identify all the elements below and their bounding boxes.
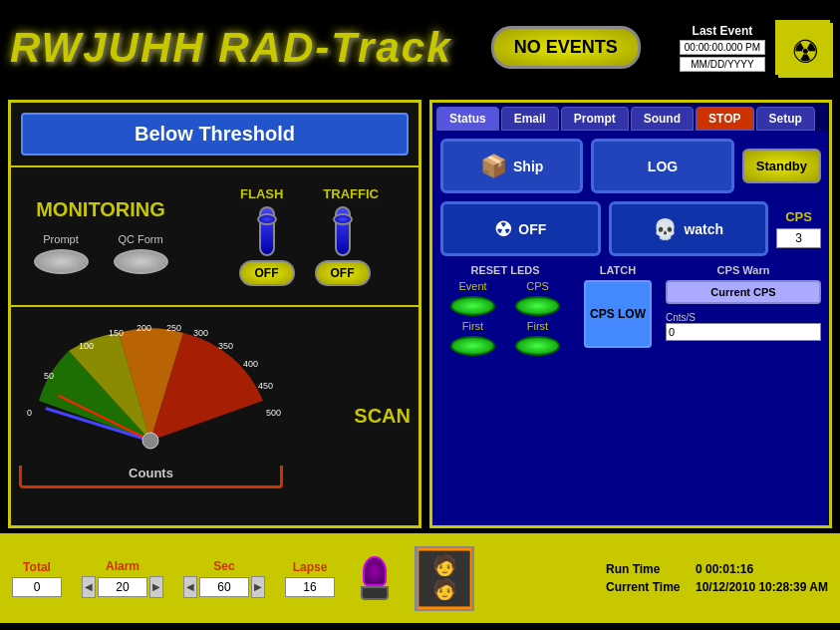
- current-time-value: 10/12/2010 10:28:39 AM: [696, 580, 828, 594]
- traffic-indicator: [333, 213, 353, 225]
- latch-button[interactable]: CPS LOW: [584, 280, 652, 348]
- svg-text:☢: ☢: [790, 34, 819, 70]
- gauge-svg: 0 50 100 150 200 250 300 350 400 450 500: [19, 321, 283, 466]
- right-panel: Status Email Prompt Sound STOP Setup 📦 S…: [429, 100, 832, 528]
- cps-box: CPS: [776, 209, 821, 248]
- main-area: Below Threshold MONITORING Prompt QC For…: [0, 95, 840, 533]
- tab-sound[interactable]: Sound: [631, 107, 694, 131]
- top-buttons-row: 📦 Ship LOG Standby: [440, 139, 821, 193]
- flash-off-button[interactable]: OFF: [239, 260, 295, 286]
- footer-times: Run Time 0 00:01:16 Current Time 10/12/2…: [606, 562, 828, 594]
- last-event-box: Last Event 00:00:00.000 PM MM/DD/YYYY: [680, 24, 765, 72]
- radiation-btn-icon: ☢: [494, 217, 512, 241]
- svg-text:150: 150: [109, 328, 124, 338]
- header: RWJUHH RAD-Track NO EVENTS Last Event 00…: [0, 0, 840, 95]
- toggles-row: OFF OFF: [200, 206, 409, 286]
- prompt-button[interactable]: [34, 249, 89, 274]
- alarm-label: Alarm: [106, 559, 140, 573]
- svg-text:450: 450: [258, 381, 273, 391]
- flash-label: FLASH: [240, 186, 283, 201]
- gauge-section: 0 50 100 150 200 250 300 350 400 450 500: [11, 307, 419, 525]
- light-dome: [363, 556, 387, 586]
- header-right: Last Event 00:00:00.000 PM MM/DD/YYYY ☢: [680, 20, 830, 75]
- flash-indicator: [257, 213, 277, 225]
- traffic-toggle-group: OFF: [315, 206, 371, 286]
- tab-status[interactable]: Status: [436, 107, 499, 131]
- lapse-field: Lapse: [285, 560, 335, 597]
- svg-text:100: 100: [79, 341, 94, 351]
- sec-down-arrow[interactable]: ◀: [183, 576, 197, 598]
- svg-text:250: 250: [166, 323, 181, 333]
- svg-point-16: [142, 433, 158, 449]
- traffic-toggle[interactable]: [335, 206, 351, 256]
- cps-warn-section: CPS Warn Current CPS Cnts/S: [666, 264, 821, 360]
- qc-form-group: QC Form: [114, 233, 168, 274]
- tab-setup[interactable]: Setup: [756, 107, 815, 131]
- event-reset-button[interactable]: [450, 296, 495, 316]
- hazmat-svg: 🧑 🧑: [418, 546, 471, 611]
- reset-leds-label: RESET LEDS: [440, 264, 570, 276]
- ship-icon: 📦: [480, 154, 507, 179]
- svg-text:500: 500: [266, 408, 281, 418]
- svg-text:350: 350: [218, 341, 233, 351]
- alarm-input[interactable]: [98, 577, 147, 597]
- cps-reset-label: CPS: [526, 280, 549, 292]
- tab-prompt[interactable]: Prompt: [561, 107, 629, 131]
- flash-toggle[interactable]: [259, 206, 275, 256]
- lapse-label: Lapse: [293, 560, 328, 574]
- reset-leds-section: RESET LEDS Event First CPS First: [440, 264, 570, 360]
- traffic-off-button[interactable]: OFF: [315, 260, 371, 286]
- cps-input[interactable]: [776, 228, 821, 248]
- last-event-date: MM/DD/YYYY: [680, 57, 765, 72]
- alarm-down-arrow[interactable]: ◀: [82, 576, 96, 598]
- tabs-row: Status Email Prompt Sound STOP Setup: [432, 103, 829, 131]
- qc-form-button[interactable]: [114, 249, 168, 274]
- flash-traffic-labels: FLASH TRAFFIC: [200, 186, 409, 201]
- log-label: LOG: [648, 158, 678, 174]
- hazmat-image: 🧑 🧑: [415, 546, 474, 611]
- sec-label: Sec: [213, 559, 234, 573]
- footer: Total Alarm ◀ ▶ Sec ◀ ▶ Lapse 🧑 🧑: [0, 533, 840, 623]
- right-content: 📦 Ship LOG Standby ☢ OFF 💀 watch: [432, 131, 829, 525]
- svg-text:0: 0: [27, 408, 32, 418]
- alarm-field: Alarm ◀ ▶: [82, 559, 163, 598]
- sec-input[interactable]: [199, 577, 249, 597]
- cps-first-button[interactable]: [515, 336, 560, 356]
- total-field: Total: [12, 560, 62, 597]
- cnts-input[interactable]: [666, 323, 821, 341]
- current-time-row: Current Time 10/12/2010 10:28:39 AM: [606, 580, 828, 594]
- sec-field: Sec ◀ ▶: [183, 559, 265, 598]
- svg-text:🧑: 🧑: [432, 577, 457, 601]
- run-time-row: Run Time 0 00:01:16: [606, 562, 828, 576]
- flash-traffic-section: FLASH TRAFFIC OFF OFF: [200, 186, 409, 286]
- off-button[interactable]: ☢ OFF: [440, 201, 601, 256]
- alarm-up-arrow[interactable]: ▶: [149, 576, 163, 598]
- watch-label: watch: [684, 221, 723, 237]
- controls-row: RESET LEDS Event First CPS First: [440, 264, 821, 360]
- cps-warn-label: CPS Warn: [666, 264, 821, 276]
- tab-stop[interactable]: STOP: [696, 107, 753, 131]
- current-time-label: Current Time: [606, 580, 686, 594]
- tab-email[interactable]: Email: [501, 107, 559, 131]
- threshold-bar: Below Threshold: [11, 103, 419, 167]
- cps-reset-button[interactable]: [515, 296, 560, 316]
- sec-up-arrow[interactable]: ▶: [251, 576, 265, 598]
- ship-button[interactable]: 📦 Ship: [440, 139, 583, 193]
- standby-button[interactable]: Standby: [742, 149, 821, 183]
- radiation-icon: ☢: [775, 20, 830, 75]
- skull-icon: 💀: [653, 217, 678, 241]
- lapse-input[interactable]: [285, 577, 335, 597]
- no-events-button[interactable]: NO EVENTS: [491, 26, 641, 69]
- watch-button[interactable]: 💀 watch: [609, 201, 769, 256]
- total-input[interactable]: [12, 577, 62, 597]
- event-label: Event: [458, 280, 486, 292]
- sec-stepper: ◀ ▶: [183, 576, 265, 598]
- first-label-1: First: [462, 320, 483, 332]
- current-cps-button[interactable]: Current CPS: [666, 280, 821, 304]
- event-reset-col: Event First: [450, 280, 495, 356]
- event-first-button[interactable]: [450, 336, 495, 356]
- log-button[interactable]: LOG: [591, 139, 733, 193]
- prompt-group: Prompt: [34, 233, 89, 274]
- total-label: Total: [23, 560, 51, 574]
- monitoring-buttons: Prompt QC Form: [21, 233, 180, 274]
